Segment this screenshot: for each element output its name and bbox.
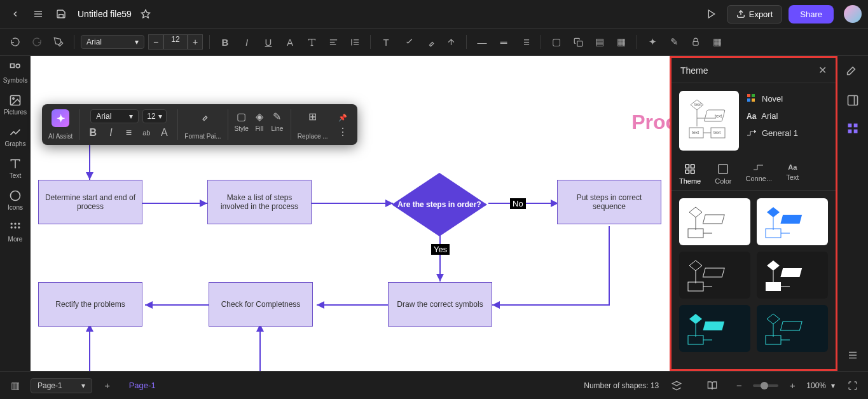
float-replace-icon[interactable]: ⊞ bbox=[306, 109, 320, 123]
float-line-icon[interactable]: ✎ bbox=[270, 109, 284, 123]
more-icon[interactable]: ▦ bbox=[708, 33, 726, 51]
italic-button[interactable]: I bbox=[238, 33, 256, 51]
book-icon[interactable] bbox=[703, 377, 721, 395]
svg-marker-67 bbox=[767, 207, 780, 217]
label: Text bbox=[10, 172, 21, 179]
shape-start-end[interactable]: Determine start and end of process bbox=[38, 180, 142, 224]
save-icon[interactable] bbox=[52, 5, 70, 23]
svg-point-25 bbox=[11, 191, 20, 201]
theme-card-dark-outline[interactable] bbox=[679, 252, 750, 299]
highlight-button[interactable] bbox=[399, 33, 417, 51]
font-color-button[interactable]: A bbox=[281, 33, 299, 51]
shape-sequence[interactable]: Put steps in correct sequence bbox=[557, 180, 661, 224]
rail-panel-icon[interactable] bbox=[846, 94, 859, 109]
v: Novel bbox=[762, 94, 783, 104]
sidebar-symbols[interactable]: Symbols bbox=[3, 62, 27, 84]
size-increase[interactable]: + bbox=[188, 34, 203, 50]
float-color[interactable]: A bbox=[157, 126, 171, 140]
page-selector[interactable]: Page-1▾ bbox=[31, 378, 92, 393]
zoom-in[interactable]: + bbox=[783, 377, 801, 395]
zoom-slider[interactable] bbox=[753, 384, 778, 387]
star-icon[interactable] bbox=[137, 5, 155, 23]
shape-list-steps[interactable]: Make a list of steps involved in the pro… bbox=[207, 180, 312, 224]
lock-icon[interactable] bbox=[687, 33, 705, 51]
format-painter-icon[interactable] bbox=[50, 33, 67, 51]
float-bold[interactable]: B bbox=[86, 126, 100, 140]
undo-button[interactable] bbox=[6, 33, 24, 51]
float-align[interactable]: ≡ bbox=[121, 126, 135, 140]
spacing-button[interactable] bbox=[346, 33, 364, 51]
theme-card-teal[interactable] bbox=[679, 305, 750, 352]
float-size-select[interactable]: 12▾ bbox=[142, 109, 167, 123]
svg-rect-75 bbox=[688, 282, 703, 291]
theme-card-light[interactable] bbox=[679, 198, 750, 245]
rail-paint-icon[interactable] bbox=[846, 66, 859, 81]
tab-color[interactable]: Color bbox=[715, 163, 731, 185]
back-button[interactable] bbox=[6, 5, 24, 23]
rail-settings-icon[interactable] bbox=[844, 346, 862, 364]
close-button[interactable]: ✕ bbox=[818, 64, 827, 76]
ai-assist-icon[interactable]: ✦ bbox=[52, 109, 69, 127]
distribute-icon[interactable]: ▦ bbox=[612, 33, 630, 51]
floating-toolbar[interactable]: ✦ AI Assist Arial▾ 12▾ B I ≡ ab A Format… bbox=[42, 104, 357, 145]
export-label: Export bbox=[749, 10, 773, 19]
tab-theme[interactable]: Theme bbox=[679, 163, 701, 185]
line-style-button[interactable]: — bbox=[473, 33, 491, 51]
user-avatar[interactable] bbox=[844, 5, 862, 23]
sidebar-graphs[interactable]: Graphs bbox=[5, 126, 26, 147]
align-left-icon[interactable]: ▤ bbox=[591, 33, 609, 51]
float-fill-icon[interactable]: ◈ bbox=[252, 109, 266, 123]
pen-button[interactable] bbox=[420, 33, 438, 51]
float-more-icon[interactable]: ⋮ bbox=[336, 125, 350, 139]
size-decrease[interactable]: − bbox=[148, 34, 163, 50]
fullscreen-icon[interactable] bbox=[844, 377, 862, 395]
float-pin-icon[interactable]: 📌 bbox=[336, 111, 350, 125]
svg-rect-89 bbox=[780, 321, 802, 330]
shape-check[interactable]: Check for Completness bbox=[209, 282, 313, 327]
sidebar-more[interactable]: More bbox=[8, 221, 23, 243]
export-button[interactable]: Export bbox=[727, 5, 783, 24]
line-weight-button[interactable]: ═ bbox=[495, 33, 513, 51]
underline-button[interactable]: U bbox=[259, 33, 277, 51]
play-button[interactable] bbox=[703, 5, 720, 23]
theme-card-dark-solid[interactable] bbox=[757, 252, 828, 299]
page-tab[interactable]: Page-1 bbox=[123, 378, 162, 393]
page-layout-icon[interactable]: ▥ bbox=[6, 377, 24, 395]
text-format-button[interactable] bbox=[303, 33, 320, 51]
connector-button[interactable] bbox=[442, 33, 460, 51]
zoom-out[interactable]: − bbox=[730, 377, 748, 395]
float-style-icon[interactable]: ▢ bbox=[235, 109, 249, 123]
bold-button[interactable]: B bbox=[216, 33, 234, 51]
float-font-select[interactable]: Arial▾ bbox=[90, 109, 139, 123]
shape-draw-symbols[interactable]: Draw the correct symbols bbox=[388, 282, 492, 327]
float-italic[interactable]: I bbox=[104, 126, 118, 140]
layers-icon[interactable] bbox=[668, 377, 685, 395]
shape-button[interactable]: ▢ bbox=[548, 33, 565, 51]
tab-text[interactable]: AaText bbox=[786, 163, 799, 185]
sidebar-icons[interactable]: Icons bbox=[8, 189, 23, 211]
copy-button[interactable] bbox=[569, 33, 587, 51]
theme-card-blue[interactable] bbox=[757, 198, 828, 245]
share-button[interactable]: Share bbox=[789, 5, 834, 24]
sidebar-text[interactable]: Text bbox=[9, 158, 22, 179]
text-tool[interactable]: T bbox=[377, 33, 395, 51]
rail-theme-icon[interactable] bbox=[846, 122, 859, 137]
size-input[interactable]: 12 bbox=[163, 34, 188, 50]
tab-connector[interactable]: Conne... bbox=[746, 163, 773, 185]
float-case[interactable]: ab bbox=[139, 126, 153, 140]
file-title[interactable]: Untitled file59 bbox=[78, 9, 132, 19]
effects-icon[interactable]: ✦ bbox=[644, 33, 661, 51]
menu-button[interactable] bbox=[29, 5, 47, 23]
edit-icon[interactable]: ✎ bbox=[665, 33, 683, 51]
font-selector[interactable]: Arial▾ bbox=[81, 35, 144, 49]
float-format-painter-icon[interactable] bbox=[196, 109, 210, 123]
list-button[interactable] bbox=[516, 33, 534, 51]
theme-card-teal-outline[interactable] bbox=[757, 305, 828, 352]
shape-rectify[interactable]: Rectify the problems bbox=[38, 282, 142, 327]
add-page-button[interactable]: + bbox=[99, 377, 116, 395]
shape-decision[interactable]: Are the steps in order? bbox=[392, 173, 487, 236]
label: More bbox=[8, 236, 23, 243]
sidebar-pictures[interactable]: Pictures bbox=[4, 94, 27, 116]
redo-button[interactable] bbox=[28, 33, 46, 51]
align-button[interactable] bbox=[324, 33, 342, 51]
